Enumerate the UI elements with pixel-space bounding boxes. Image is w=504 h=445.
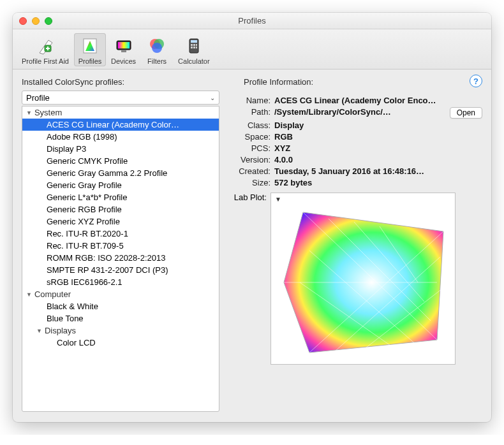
profile-item[interactable]: Generic L*a*b* Profile bbox=[22, 191, 219, 203]
profile-item[interactable]: Generic RGB Profile bbox=[22, 203, 219, 215]
open-button[interactable]: Open bbox=[450, 107, 482, 119]
tb-filters[interactable]: Filters bbox=[141, 33, 173, 66]
group-displays[interactable]: ▼ Displays bbox=[22, 325, 219, 337]
colorsync-window: Profiles Profile First Aid bbox=[13, 13, 491, 422]
calculator-icon bbox=[184, 36, 204, 56]
label-created: Created: bbox=[231, 166, 271, 176]
profile-item[interactable]: ACES CG Linear (Academy Color… bbox=[22, 119, 219, 131]
profile-item[interactable]: Adobe RGB (1998) bbox=[22, 131, 219, 143]
devices-icon bbox=[114, 36, 134, 56]
profile-item[interactable]: sRGB IEC61966-2.1 bbox=[22, 276, 219, 288]
tb-label: Calculator bbox=[178, 57, 210, 65]
toolbar: Profile First Aid Profiles bbox=[13, 29, 491, 69]
svg-rect-14 bbox=[193, 44, 195, 46]
window-title: Profiles bbox=[13, 16, 491, 26]
profile-item[interactable]: Generic Gray Gamma 2.2 Profile bbox=[22, 167, 219, 179]
svg-rect-7 bbox=[121, 50, 126, 52]
tb-label: Profile First Aid bbox=[22, 57, 69, 65]
svg-rect-2 bbox=[46, 48, 50, 49]
label-labplot: Lab Plot: bbox=[231, 193, 271, 365]
value-space: RGB bbox=[274, 132, 482, 142]
tb-calculator[interactable]: Calculator bbox=[174, 33, 214, 66]
profile-tree[interactable]: ▼ System ACES CG Linear (Academy Color… … bbox=[22, 106, 219, 412]
lab-plot-row: Lab Plot: ▼ bbox=[231, 193, 482, 365]
value-pcs: XYZ bbox=[274, 143, 482, 153]
profile-dropdown[interactable]: Profile ⌄ bbox=[22, 91, 219, 105]
help-button[interactable]: ? bbox=[470, 75, 482, 87]
group-computer[interactable]: ▼ Computer bbox=[22, 288, 219, 300]
label-name: Name: bbox=[231, 96, 271, 105]
right-heading: Profile Information: bbox=[244, 77, 482, 87]
profile-item[interactable]: Black & White bbox=[22, 300, 219, 312]
left-panel: Installed ColorSync profiles: Profile ⌄ … bbox=[22, 77, 219, 412]
group-label: Computer bbox=[34, 289, 71, 299]
profile-item[interactable]: Generic XYZ Profile bbox=[22, 215, 219, 228]
profile-item[interactable]: ROMM RGB: ISO 22028-2:2013 bbox=[22, 252, 219, 264]
disclosure-triangle-icon: ▼ bbox=[36, 328, 42, 334]
label-class: Class: bbox=[231, 120, 271, 130]
tb-label: Devices bbox=[111, 57, 136, 65]
label-path: Path: bbox=[231, 107, 271, 119]
svg-rect-6 bbox=[118, 42, 130, 48]
left-heading: Installed ColorSync profiles: bbox=[22, 77, 219, 87]
profile-item[interactable]: Rec. ITU-R BT.2020-1 bbox=[22, 228, 219, 240]
value-class: Display bbox=[274, 120, 482, 130]
tb-profiles[interactable]: Profiles bbox=[74, 33, 106, 66]
filters-icon bbox=[147, 36, 167, 56]
group-label: System bbox=[34, 108, 62, 117]
profiles-icon bbox=[80, 36, 100, 56]
svg-rect-16 bbox=[191, 47, 193, 48]
svg-rect-15 bbox=[196, 44, 197, 46]
value-path: /System/Library/ColorSync/… bbox=[274, 107, 446, 119]
gamut-chart-icon bbox=[271, 193, 456, 365]
right-panel: ? Profile Information: Name: ACES CG Lin… bbox=[225, 77, 482, 412]
tb-label: Filters bbox=[147, 57, 167, 65]
value-version: 4.0.0 bbox=[274, 155, 482, 164]
value-size: 572 bytes bbox=[274, 178, 482, 187]
dropdown-value: Profile bbox=[26, 93, 50, 103]
info-grid: Name: ACES CG Linear (Academy Color Enco… bbox=[231, 96, 482, 187]
disclosure-triangle-icon: ▼ bbox=[26, 291, 32, 298]
plot-disclosure-icon[interactable]: ▼ bbox=[275, 196, 281, 203]
svg-rect-12 bbox=[191, 40, 197, 43]
first-aid-icon bbox=[35, 36, 56, 56]
group-system[interactable]: ▼ System bbox=[22, 106, 219, 119]
profile-item[interactable]: SMPTE RP 431-2-2007 DCI (P3) bbox=[22, 264, 219, 276]
tb-devices[interactable]: Devices bbox=[107, 33, 140, 66]
value-created: Tuesday, 5 January 2016 at 16:48:16… bbox=[274, 166, 482, 176]
group-label: Displays bbox=[45, 326, 76, 335]
profile-item[interactable]: Display P3 bbox=[22, 143, 219, 155]
lab-plot[interactable]: ▼ bbox=[271, 193, 456, 365]
chevron-down-icon: ⌄ bbox=[210, 94, 215, 101]
value-name: ACES CG Linear (Academy Color Enco… bbox=[274, 96, 482, 105]
label-size: Size: bbox=[231, 178, 271, 187]
label-pcs: PCS: bbox=[231, 143, 271, 153]
content: Installed ColorSync profiles: Profile ⌄ … bbox=[13, 69, 491, 422]
profile-item[interactable]: Generic CMYK Profile bbox=[22, 155, 219, 167]
titlebar[interactable]: Profiles bbox=[13, 13, 491, 29]
tb-label: Profiles bbox=[78, 57, 102, 65]
profile-item[interactable]: Generic Gray Profile bbox=[22, 179, 219, 191]
disclosure-triangle-icon: ▼ bbox=[26, 110, 32, 116]
profile-item[interactable]: Blue Tone bbox=[22, 312, 219, 325]
profile-item[interactable]: Color LCD bbox=[22, 337, 219, 349]
tb-profile-first-aid[interactable]: Profile First Aid bbox=[18, 33, 73, 66]
svg-rect-13 bbox=[191, 44, 193, 46]
svg-rect-18 bbox=[196, 47, 197, 48]
svg-rect-17 bbox=[193, 47, 195, 48]
label-space: Space: bbox=[231, 132, 271, 142]
svg-point-10 bbox=[152, 43, 162, 53]
label-version: Version: bbox=[231, 155, 271, 164]
profile-item[interactable]: Rec. ITU-R BT.709-5 bbox=[22, 240, 219, 252]
